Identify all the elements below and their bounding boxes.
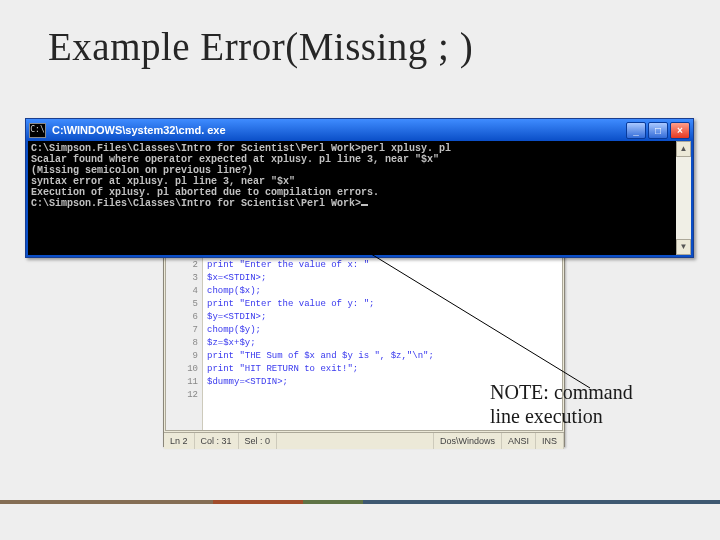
cursor-icon [361, 204, 368, 206]
cmd-line: C:\Simpson.Files\Classes\Intro for Scien… [31, 143, 688, 154]
code-line: $x=<STDIN>; [207, 272, 558, 285]
line-number: 2 [166, 259, 198, 272]
status-ln: Ln 2 [164, 433, 195, 449]
cmd-scrollbar[interactable]: ▲ ▼ [676, 141, 691, 255]
slide-title: Example Error(Missing ; ) [48, 24, 473, 69]
line-number: 7 [166, 324, 198, 337]
status-format: Dos\Windows [434, 433, 502, 449]
scroll-track[interactable] [676, 157, 691, 239]
cmd-window: C:\ C:\WINDOWS\system32\cmd. exe _ □ × C… [25, 118, 694, 258]
scroll-up-icon[interactable]: ▲ [676, 141, 691, 157]
editor-status-bar: Ln 2 Col : 31 Sel : 0 Dos\Windows ANSI I… [164, 432, 564, 449]
cmd-line: Scalar found where operator expected at … [31, 154, 688, 165]
line-number: 10 [166, 363, 198, 376]
status-col: Col : 31 [195, 433, 239, 449]
cmd-line: syntax error at xplusy. pl line 3, near … [31, 176, 688, 187]
minimize-button[interactable]: _ [626, 122, 646, 139]
line-number: 5 [166, 298, 198, 311]
code-line: print "HIT RETURN to exit!"; [207, 363, 558, 376]
status-encoding: ANSI [502, 433, 536, 449]
status-spacer [277, 433, 434, 449]
status-insert: INS [536, 433, 564, 449]
code-line: chomp($x); [207, 285, 558, 298]
cmd-line: Execution of xplusy. pl aborted due to c… [31, 187, 688, 198]
cmd-window-title: C:\WINDOWS\system32\cmd. exe [52, 124, 226, 136]
cmd-line: (Missing semicolon on previous line?) [31, 165, 688, 176]
code-line: $z=$x+$y; [207, 337, 558, 350]
scroll-down-icon[interactable]: ▼ [676, 239, 691, 255]
line-number: 11 [166, 376, 198, 389]
cmd-line: C:\Simpson.Files\Classes\Intro for Scien… [31, 198, 688, 209]
status-sel: Sel : 0 [239, 433, 278, 449]
footer-rule [0, 500, 720, 504]
line-number: 8 [166, 337, 198, 350]
annotation-note: NOTE: command line execution [490, 380, 633, 428]
line-number: 9 [166, 350, 198, 363]
note-line: line execution [490, 404, 633, 428]
line-number: 6 [166, 311, 198, 324]
code-line: chomp($y); [207, 324, 558, 337]
code-line: print "THE Sum of $x and $y is ", $z,"\n… [207, 350, 558, 363]
line-number: 4 [166, 285, 198, 298]
note-line: NOTE: command [490, 380, 633, 404]
line-number: 12 [166, 389, 198, 402]
code-line: print "Enter the value of x: " [207, 259, 558, 272]
code-line: $y=<STDIN>; [207, 311, 558, 324]
maximize-button[interactable]: □ [648, 122, 668, 139]
cmd-titlebar[interactable]: C:\ C:\WINDOWS\system32\cmd. exe _ □ × [26, 119, 693, 141]
code-line: print "Enter the value of y: "; [207, 298, 558, 311]
close-button[interactable]: × [670, 122, 690, 139]
line-number-gutter: 2 3 4 5 6 7 8 9 10 11 12 [166, 258, 203, 430]
cmd-icon: C:\ [29, 123, 46, 138]
cmd-body[interactable]: C:\Simpson.Files\Classes\Intro for Scien… [26, 141, 693, 257]
line-number: 3 [166, 272, 198, 285]
